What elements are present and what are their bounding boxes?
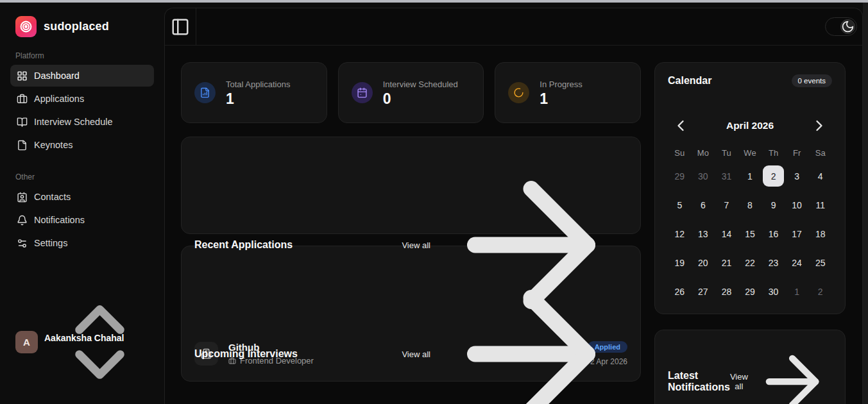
calendar-day[interactable]: 29 xyxy=(669,165,690,187)
calendar-day[interactable]: 6 xyxy=(692,194,713,215)
sidebar-item-applications[interactable]: Applications xyxy=(10,88,154,110)
calendar-day[interactable]: 30 xyxy=(692,165,713,187)
calendar-day[interactable]: 17 xyxy=(787,223,808,244)
calendar-day[interactable]: 12 xyxy=(669,223,690,244)
calendar-card: Calendar 0 events April 2026 SuMoTuWeThF… xyxy=(654,62,846,314)
theme-toggle[interactable] xyxy=(825,17,857,36)
calendar-day[interactable]: 19 xyxy=(669,252,690,273)
user-menu[interactable]: A Aakanksha Chahal coderchahal08@gmail..… xyxy=(10,289,154,395)
calendar-day[interactable]: 16 xyxy=(763,223,784,244)
book-open-icon xyxy=(17,117,28,128)
calendar-cell: 10 xyxy=(785,190,809,219)
calendar-next-button[interactable] xyxy=(810,117,828,135)
stat-text: Interview Scheduled0 xyxy=(383,80,458,106)
calendar-cell: 25 xyxy=(808,248,832,277)
stat-icon-circle xyxy=(352,82,373,103)
contact-card-icon xyxy=(17,192,28,203)
calendar-day[interactable]: 30 xyxy=(763,281,784,302)
calendar-cell: 29 xyxy=(738,277,762,306)
stat-label: Total Applications xyxy=(226,80,290,89)
scrollbar[interactable] xyxy=(863,3,868,404)
calendar-day[interactable]: 1 xyxy=(787,281,808,302)
calendar-day[interactable]: 3 xyxy=(787,165,808,187)
loader-icon xyxy=(513,87,524,98)
calendar-cell: 1 xyxy=(785,277,809,306)
calendar-day[interactable]: 11 xyxy=(810,194,831,215)
sidebar-item-interview-schedule[interactable]: Interview Schedule xyxy=(10,111,154,133)
latest-notifications-card: Latest Notifications View all No notific… xyxy=(654,330,846,404)
calendar-day[interactable]: 27 xyxy=(692,281,713,302)
sidebar-item-settings[interactable]: Settings xyxy=(10,232,154,254)
calendar-cell: 29 xyxy=(668,162,692,190)
calendar-prev-button[interactable] xyxy=(672,117,690,135)
calendar-day-selected[interactable]: 2 xyxy=(763,165,784,187)
upcoming-interviews-view-all-button[interactable]: View all xyxy=(402,258,627,404)
recent-applications-card: Recent Applications View all GithubFront… xyxy=(181,137,641,234)
sidebar-item-contacts[interactable]: Contacts xyxy=(10,186,154,208)
calendar-day[interactable]: 8 xyxy=(739,194,760,215)
calendar-day[interactable]: 23 xyxy=(763,252,784,273)
arrow-right-icon xyxy=(753,342,832,404)
calendar-day[interactable]: 2 xyxy=(810,281,831,302)
calendar-cell: 9 xyxy=(762,190,785,219)
nav-section-label: Platform xyxy=(10,47,154,65)
avatar: A xyxy=(15,331,38,353)
calendar-cell: 2 xyxy=(762,162,785,190)
sidebar-item-label: Interview Schedule xyxy=(34,117,113,127)
calendar-day[interactable]: 31 xyxy=(716,165,737,187)
stat-card-total-applications: Total Applications1 xyxy=(181,62,327,123)
sidebar-item-label: Applications xyxy=(34,94,84,104)
calendar-day[interactable]: 26 xyxy=(669,281,690,302)
latest-notifications-view-all-button[interactable]: View all xyxy=(730,342,832,404)
layout-grid-icon xyxy=(17,71,28,81)
stat-value: 1 xyxy=(226,92,290,106)
left-column: Total Applications1Interview Scheduled0I… xyxy=(181,62,641,404)
calendar-day[interactable]: 25 xyxy=(810,252,831,273)
theme-toggle-knob xyxy=(840,19,855,34)
calendar-cell: 4 xyxy=(808,162,832,190)
calendar-day[interactable]: 13 xyxy=(692,223,713,244)
calendar-day[interactable]: 9 xyxy=(763,194,784,215)
calendar-day[interactable]: 22 xyxy=(739,252,760,273)
calendar-cell: 7 xyxy=(715,190,738,219)
chevron-left-icon xyxy=(672,117,690,135)
calendar-day[interactable]: 14 xyxy=(716,223,737,244)
calendar-cell: 21 xyxy=(715,248,738,277)
calendar-cell: 13 xyxy=(692,219,715,248)
sidebar-item-notifications[interactable]: Notifications xyxy=(10,209,154,231)
calendar-cell: 20 xyxy=(692,248,715,277)
sidebar-item-keynotes[interactable]: Keynotes xyxy=(10,134,154,156)
calendar-cell: 17 xyxy=(785,219,809,248)
calendar-cell: 8 xyxy=(738,190,762,219)
stat-card-in-progress: In Progress1 xyxy=(495,62,641,123)
calendar-day[interactable]: 7 xyxy=(716,194,737,215)
calendar-cell: 28 xyxy=(715,277,738,306)
sidebar-item-dashboard[interactable]: Dashboard xyxy=(10,65,154,87)
calendar-day[interactable]: 10 xyxy=(787,194,808,215)
calendar-day[interactable]: 15 xyxy=(739,223,760,244)
file-chart-icon xyxy=(200,87,210,98)
calendar-day[interactable]: 1 xyxy=(739,165,760,187)
main-panel: Total Applications1Interview Scheduled0I… xyxy=(164,8,863,404)
brand[interactable]: sudoplaced xyxy=(0,3,164,47)
chevron-right-icon xyxy=(810,117,828,135)
calendar-day[interactable]: 18 xyxy=(810,223,831,244)
stat-text: Total Applications1 xyxy=(226,80,290,106)
calendar-cell: 23 xyxy=(762,248,785,277)
brand-name: sudoplaced xyxy=(44,20,109,33)
calendar-cell: 15 xyxy=(738,219,762,248)
calendar-day[interactable]: 4 xyxy=(810,165,831,187)
calendar-day[interactable]: 28 xyxy=(716,281,737,302)
right-column: Calendar 0 events April 2026 SuMoTuWeThF… xyxy=(654,62,846,404)
calendar-day[interactable]: 21 xyxy=(716,252,737,273)
calendar-day[interactable]: 20 xyxy=(692,252,713,273)
calendar-day[interactable]: 29 xyxy=(739,281,760,302)
nav-section-gap xyxy=(10,157,154,169)
calendar-cell: 26 xyxy=(668,277,692,306)
calendar-day[interactable]: 5 xyxy=(669,194,690,215)
app-root: sudoplaced PlatformDashboardApplications… xyxy=(0,3,868,404)
sidebar-toggle-button[interactable] xyxy=(171,17,190,37)
calendar-weekday-row: SuMoTuWeThFrSa xyxy=(668,148,832,158)
calendar-day[interactable]: 24 xyxy=(787,252,808,273)
calendar-grid: 2930311234567891011121314151617181920212… xyxy=(668,162,832,306)
